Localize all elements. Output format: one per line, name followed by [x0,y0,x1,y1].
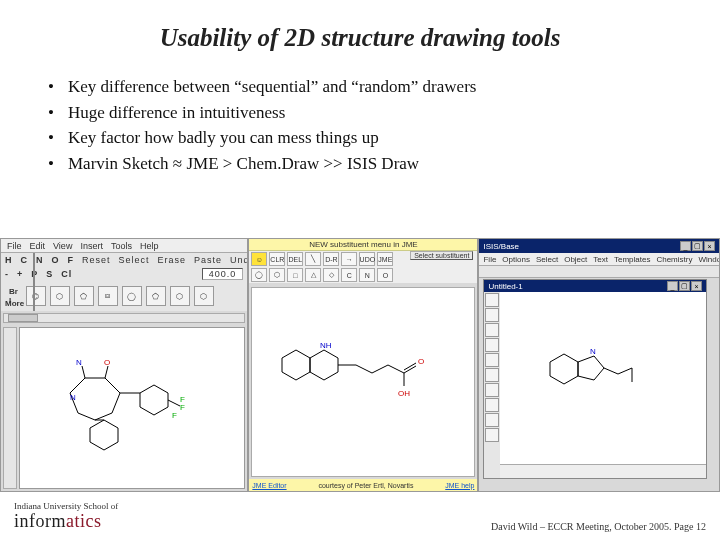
element-cl: Cl [61,269,72,279]
svg-marker-14 [282,350,310,380]
tool-icon [485,398,499,412]
tool-paste: Paste [194,255,222,265]
close-icon: × [691,281,702,291]
doc-statusbar [500,464,706,478]
svg-line-1 [105,366,108,378]
svg-text:NH: NH [320,341,332,350]
menu-item: Select [536,255,558,264]
svg-text:O: O [418,357,424,366]
ring-icon: ⬡ [194,286,214,306]
ring-icon: △ [305,268,321,282]
close-icon: × [704,241,715,251]
horizontal-scrollbar [3,313,245,323]
svg-text:OH: OH [398,389,410,398]
menu-item: File [7,241,22,251]
svg-text:N: N [70,393,76,402]
ring-icon: ◇ [323,268,339,282]
menu-item: Chemistry [656,255,692,264]
tool-icon [485,383,499,397]
svg-line-18 [356,365,372,373]
isisbase-left-toolbar [484,292,500,478]
affiliation-text: Indiana University School of [14,501,118,511]
isisbase-canvas: N [500,292,706,464]
minimize-icon: _ [667,281,678,291]
window-controls: _ ▢ × [680,241,715,251]
jme-screenshot: NEW substituent menu in JME Select subst… [248,238,478,492]
doc-title: Untitled-1 [488,282,522,291]
element-n: N [36,255,44,265]
bullet-item: Marvin Sketch ≈ JME > Chem.Draw >> ISIS … [54,151,684,177]
menu-item: Edit [30,241,46,251]
udo-button: UDO [359,252,375,266]
atom-c: C [341,268,357,282]
tool-icon [485,293,499,307]
bullet-item: Key factor how badly you can mess things… [54,125,684,151]
atom-n: N [359,268,375,282]
jme-editor-link: JME Editor [252,482,286,489]
element-h: H [5,255,13,265]
svg-line-19 [372,365,388,373]
dr-button: D-R [323,252,339,266]
isis-draw-screenshot: File Edit View Insert Tools Help H C N O… [0,238,248,492]
svg-text:F: F [172,411,177,420]
tool-icon [485,308,499,322]
cyclopentane-icon: ⬠ [74,286,94,306]
tool-icon [485,428,499,442]
jme-header: NEW substituent menu in JME Select subst… [249,239,477,251]
svg-line-3 [82,366,85,378]
maximize-icon: ▢ [692,241,703,251]
svg-text:N: N [590,347,596,356]
doc-titlebar: Untitled-1 _▢× [484,280,706,292]
svg-marker-27 [578,356,604,380]
charge-plus: + [17,269,23,279]
tool-erase: Erase [158,255,187,265]
svg-text:O: O [104,358,110,367]
tool-icon [485,338,499,352]
clr-button: CLR [269,252,285,266]
jme-toolbar-2: ◯ ⬡ □ △ ◇ C N O [249,267,477,283]
footer-right: David Wild – ECCR Meeting, October 2005.… [491,521,706,532]
bond-icon: ╲ [305,252,321,266]
menu-item: Tools [111,241,132,251]
document-window: Untitled-1 _▢× N [483,279,707,479]
select-substituent-button: Select substituent [410,251,473,260]
jme-button: JME [377,252,393,266]
del-button: DEL [287,252,303,266]
app-titlebar: ISIS/Base _ ▢ × [479,239,719,253]
svg-marker-0 [70,378,120,420]
svg-text:F: F [180,403,185,412]
charge-minus: - [5,269,9,279]
menu-item: Insert [80,241,103,251]
svg-marker-6 [140,385,168,415]
maximize-icon: ▢ [679,281,690,291]
smiley-icon: ☺ [251,252,267,266]
molecule-drawing: NH OH O [272,328,452,428]
svg-line-30 [618,368,632,374]
element-row: - + P S Cl 400.0 [1,267,247,281]
jme-credit: courtesy of Peter Ertl, Novartis [318,482,413,489]
svg-marker-11 [90,420,118,450]
menu-item: Text [593,255,608,264]
menu-item: Help [140,241,159,251]
tool-icon [485,353,499,367]
ring-icon: □ [287,268,303,282]
svg-text:N: N [76,358,82,367]
tool-reset: Reset [82,255,111,265]
svg-marker-26 [550,354,578,384]
more-label: More [5,299,24,308]
toolbar-strip [479,266,719,278]
element-c: C [21,255,29,265]
menu-item: Templates [614,255,650,264]
bullet-list: Key difference between “sequential” and … [36,74,684,176]
element-s: S [46,269,53,279]
left-toolbar [3,327,17,489]
ring-icon: ⬡ [269,268,285,282]
menu-item: Options [502,255,530,264]
ring-icon: ⬡ [170,286,190,306]
naphthalene-icon: ⧈ [98,286,118,306]
affiliation-block: Indiana University School of informatics [14,501,118,532]
isis-menubar: File Edit View Insert Tools Help [1,239,247,253]
element-row: H C N O F Reset Select Erase Paste Undo … [1,253,247,267]
ring-icon: ◯ [122,286,142,306]
cyclohexane-icon: ⬡ [50,286,70,306]
